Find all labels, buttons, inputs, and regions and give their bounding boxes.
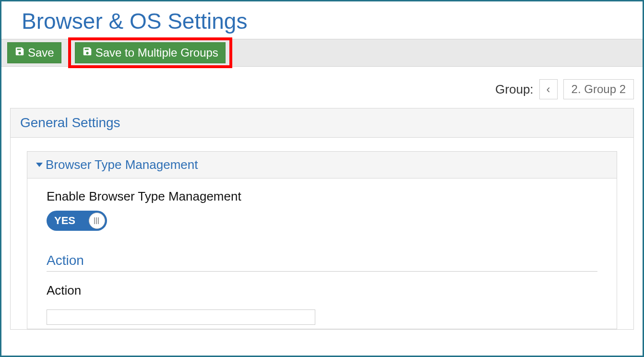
enable-browser-type-label: Enable Browser Type Management: [47, 189, 597, 204]
save-to-multiple-groups-button[interactable]: Save to Multiple Groups: [75, 42, 226, 63]
enable-browser-type-toggle[interactable]: YES: [47, 211, 107, 231]
toolbar: Save Save to Multiple Groups: [1, 39, 643, 67]
save-icon: [82, 46, 93, 60]
save-to-multiple-groups-label: Save to Multiple Groups: [95, 46, 218, 60]
browser-type-header[interactable]: Browser Type Management: [27, 152, 617, 178]
highlight-save-multi: Save to Multiple Groups: [68, 37, 232, 68]
group-select[interactable]: 2. Group 2: [563, 79, 634, 99]
save-button[interactable]: Save: [7, 42, 61, 63]
action-field-label: Action: [47, 283, 597, 298]
save-icon: [14, 46, 25, 60]
caret-down-icon: [36, 163, 43, 167]
general-settings-panel: General Settings Browser Type Management…: [10, 108, 634, 330]
group-prev-button[interactable]: ‹: [539, 79, 558, 99]
general-settings-header: General Settings: [11, 108, 633, 138]
toggle-knob: [89, 213, 105, 229]
group-label: Group:: [495, 82, 534, 97]
save-button-label: Save: [28, 46, 54, 60]
group-picker: Group: ‹ 2. Group 2: [1, 79, 634, 99]
action-section-title: Action: [47, 253, 597, 272]
action-input[interactable]: [47, 309, 315, 325]
browser-type-header-label: Browser Type Management: [46, 157, 198, 172]
page-title: Browser & OS Settings: [22, 8, 643, 34]
grip-icon: [94, 217, 100, 224]
toggle-value: YES: [54, 214, 75, 227]
browser-type-subpanel: Browser Type Management Enable Browser T…: [27, 151, 617, 329]
